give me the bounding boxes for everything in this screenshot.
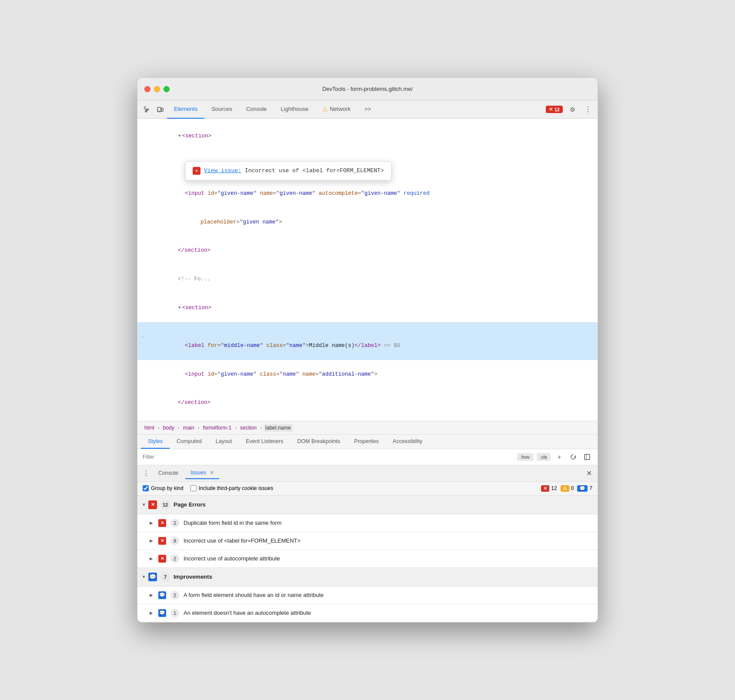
sub-tab-computed[interactable]: Computed: [170, 435, 209, 449]
sub-tab-event-listeners[interactable]: Event Listeners: [239, 435, 290, 449]
titlebar: DevTools - form-problems.glitch.me/: [137, 78, 598, 100]
sub-tab-properties[interactable]: Properties: [347, 435, 386, 449]
page-errors-icon: ✕: [148, 500, 157, 509]
issues-tab-console[interactable]: Console: [153, 467, 184, 479]
crumb-label[interactable]: label.name: [264, 424, 293, 432]
crumb-html[interactable]: html: [143, 424, 156, 432]
main-tab-bar: Elements Sources Console Lighthouse ⚠ Ne…: [167, 100, 378, 119]
issue-label-2: Incorrect use of <label for=FORM_ELEMENT…: [184, 537, 301, 544]
sub-tab-dom-breakpoints[interactable]: DOM Breakpoints: [290, 435, 347, 449]
page-errors-group-header[interactable]: ▾ ✕ 12 Page Errors: [137, 496, 598, 514]
tab-network[interactable]: ⚠ Network: [315, 100, 357, 119]
dom-panel: ▾<section> <label for class="name" name=…: [137, 119, 598, 421]
error-count-label: 12: [551, 485, 557, 491]
filter-input[interactable]: [143, 454, 517, 460]
sub-tabs: Styles Computed Layout Event Listeners D…: [137, 435, 598, 449]
third-party-input[interactable]: [190, 485, 197, 491]
dom-line-6[interactable]: <!-- Fo...: [137, 265, 598, 294]
issue-item-autocomplete-missing[interactable]: ▶ 💬 1 An element doesn't have an autocom…: [137, 604, 598, 622]
issue-item-form-id[interactable]: ▶ 💬 2 A form field element should have a…: [137, 587, 598, 604]
tab-console[interactable]: Console: [239, 100, 274, 119]
issue-label-3: Incorrect use of autocomplete attribute: [184, 555, 280, 562]
hov-button[interactable]: :hov: [517, 453, 533, 461]
issue-expand-1: ▶: [150, 520, 153, 525]
svg-rect-5: [145, 111, 147, 112]
tab-sources[interactable]: Sources: [204, 100, 239, 119]
improvement-badge-icon: 💬: [577, 485, 588, 492]
sidebar-toggle-icon[interactable]: [582, 452, 592, 462]
dom-line-9[interactable]: <input id="given-name" class="name" name…: [137, 360, 598, 389]
expand-triangle-2[interactable]: ▾: [178, 305, 181, 311]
page-errors-expand-icon: ▾: [143, 502, 145, 507]
minimize-button[interactable]: [154, 86, 160, 92]
svg-rect-4: [145, 110, 148, 111]
issue-num-3: 2: [170, 554, 179, 563]
error-badge[interactable]: ✕ 12: [546, 106, 563, 113]
page-errors-count: 12: [160, 500, 170, 510]
tab-lighthouse[interactable]: Lighthouse: [274, 100, 316, 119]
issue-icon-2: ✕: [158, 537, 166, 545]
improvements-expand-icon: ▾: [143, 574, 145, 579]
dom-line-4[interactable]: placeholder="given name">: [137, 208, 598, 237]
maximize-button[interactable]: [164, 86, 170, 92]
issue-item-autocomplete[interactable]: ▶ ✕ 2 Incorrect use of autocomplete attr…: [137, 550, 598, 568]
third-party-checkbox: Include third-party cookie issues: [190, 485, 273, 491]
add-style-rule-icon[interactable]: +: [554, 452, 565, 462]
issues-panel-close-button[interactable]: ✕: [584, 468, 594, 478]
device-icon[interactable]: [154, 103, 166, 116]
crumb-form[interactable]: form#form-1: [201, 424, 233, 432]
warning-count-badge: ⚠ 0: [561, 485, 574, 492]
issue-item-label-for[interactable]: ▶ ✕ 8 Incorrect use of <label for=FORM_E…: [137, 532, 598, 550]
dom-line-3[interactable]: <input id="given-name" name="given-name"…: [137, 180, 598, 208]
close-button[interactable]: [144, 86, 150, 92]
issues-header: ⋮ Console Issues ✕ ✕: [137, 465, 598, 482]
crumb-body[interactable]: body: [161, 424, 176, 432]
svg-rect-1: [145, 107, 146, 107]
issues-tab-close[interactable]: ✕: [210, 470, 214, 476]
crumb-main[interactable]: main: [181, 424, 196, 432]
error-badge-icon: ✕: [541, 485, 549, 492]
dom-line-8[interactable]: … <label for="middle-name" class="name">…: [137, 322, 598, 360]
group-by-kind-label[interactable]: Group by kind: [151, 485, 184, 491]
view-issue-link[interactable]: View issue:: [204, 166, 241, 176]
issues-menu-button[interactable]: ⋮: [141, 468, 151, 478]
group-by-kind-input[interactable]: [143, 485, 149, 491]
issue-icon-3: ✕: [158, 555, 166, 563]
inspect-icon[interactable]: [141, 103, 153, 116]
dom-line-5[interactable]: </section>: [137, 237, 598, 265]
improvements-group-header[interactable]: ▾ 💬 7 Improvements: [137, 568, 598, 587]
crumb-section[interactable]: section: [238, 424, 258, 432]
issue-num-4: 2: [170, 591, 179, 600]
improvement-count-label: 7: [589, 485, 592, 491]
issue-item-duplicate-id[interactable]: ▶ ✕ 2 Duplicate form field id in the sam…: [137, 514, 598, 532]
improvements-count: 7: [160, 572, 170, 582]
more-options-button[interactable]: ⋮: [582, 103, 594, 115]
dom-line-10[interactable]: </section>: [137, 389, 598, 417]
svg-rect-0: [144, 107, 145, 107]
cls-button[interactable]: .cls: [537, 453, 551, 461]
issue-label-1: Duplicate form field id in the same form: [184, 520, 281, 526]
sub-tab-accessibility[interactable]: Accessibility: [386, 435, 429, 449]
issue-icon-4: 💬: [158, 591, 166, 599]
dom-line-7[interactable]: ▾<section>: [137, 294, 598, 323]
error-count-badge: ✕ 12: [541, 485, 557, 492]
issue-num-5: 1: [170, 609, 179, 617]
refresh-styles-icon[interactable]: [568, 452, 578, 462]
issues-panel: ⋮ Console Issues ✕ ✕ Group by kind Inclu…: [137, 465, 598, 622]
issue-expand-5: ▶: [150, 610, 153, 615]
tooltip-overlay: ✕ View issue: Incorrect use of <label fo…: [185, 161, 391, 180]
filter-bar: :hov .cls +: [137, 449, 598, 465]
tab-more[interactable]: >>: [357, 100, 378, 119]
dom-line-1[interactable]: ▾<section>: [137, 122, 598, 151]
issue-num-2: 8: [170, 537, 179, 545]
expand-triangle-1[interactable]: ▾: [178, 133, 181, 139]
tab-elements[interactable]: Elements: [167, 100, 204, 119]
settings-icon[interactable]: ⚙: [566, 103, 578, 116]
sub-tab-layout[interactable]: Layout: [209, 435, 239, 449]
issues-tab-issues[interactable]: Issues ✕: [185, 467, 219, 479]
svg-rect-9: [585, 454, 590, 460]
issues-controls: Group by kind Include third-party cookie…: [137, 482, 598, 496]
sub-tab-styles[interactable]: Styles: [141, 435, 170, 449]
warning-count-label: 0: [571, 485, 574, 491]
third-party-label[interactable]: Include third-party cookie issues: [199, 485, 273, 491]
